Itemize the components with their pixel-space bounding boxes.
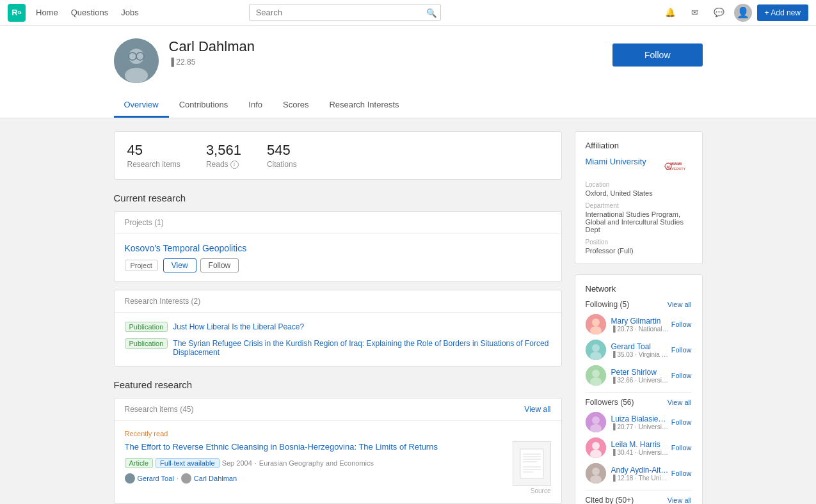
nav-right: 🔔 ✉ 💬 👤 + Add new (661, 3, 808, 22)
featured-research-title: Featured research (114, 379, 562, 390)
follow-link-1[interactable]: Follow (671, 320, 692, 328)
svg-point-20 (592, 319, 600, 326)
following-score-1: ▐ 20.73 · National Univ... (611, 326, 669, 333)
interest-link-2[interactable]: The Syrian Refugee Crisis in the Kurdish… (173, 339, 550, 357)
follow-follower-2[interactable]: Follow (671, 444, 692, 452)
add-new-button[interactable]: + Add new (757, 4, 808, 21)
stat-value-reads: 3,561 (206, 142, 241, 159)
nav-questions[interactable]: Questions (71, 8, 109, 17)
reads-info-icon[interactable]: i (230, 161, 239, 169)
svg-point-29 (592, 416, 600, 424)
follower-avatar-1 (586, 412, 606, 432)
follow-button-container: Follow (612, 38, 702, 67)
following-info-2: Gerard Toal ▐ 35.03 · Virginia Polyt... (611, 342, 669, 358)
follow-link-2[interactable]: Follow (671, 346, 692, 354)
tab-scores[interactable]: Scores (273, 93, 319, 118)
following-name-2[interactable]: Gerard Toal (611, 342, 669, 351)
department-label: Department (586, 202, 692, 209)
followers-view-all[interactable]: View all (668, 398, 692, 406)
project-follow-button[interactable]: Follow (200, 258, 239, 272)
follower-score-2: ▐ 30.41 · University of ... (611, 449, 669, 456)
network-divider-2 (586, 490, 692, 491)
university-name[interactable]: Miami University (586, 157, 646, 166)
cited-by-view-all[interactable]: View all (668, 496, 692, 504)
stat-citations: 545 Citations (267, 142, 297, 169)
follow-link-3[interactable]: Follow (671, 372, 692, 379)
current-research-title: Current research (114, 193, 562, 203)
tab-info[interactable]: Info (238, 93, 273, 118)
author-name-2[interactable]: Carl Dahlman (194, 475, 237, 482)
following-name-3[interactable]: Peter Shirlow (611, 368, 669, 377)
following-person-2: Gerard Toal ▐ 35.03 · Virginia Polyt... … (586, 340, 692, 360)
followers-label: Followers (56) (586, 398, 634, 407)
svg-rect-6 (520, 449, 543, 478)
search-icon[interactable]: 🔍 (426, 8, 437, 17)
logo[interactable]: RG (8, 4, 26, 22)
nav-links: Home Questions Jobs (36, 8, 139, 17)
view-all-link[interactable]: View all (524, 405, 550, 414)
department-value: International Studies Program, Global an… (586, 210, 692, 233)
project-title[interactable]: Kosovo's Temporal Geopolitics (125, 243, 551, 253)
follow-follower-3[interactable]: Follow (671, 469, 692, 477)
following-avatar-3 (586, 365, 606, 386)
svg-text:M: M (666, 165, 669, 169)
follower-avatar-2 (586, 437, 606, 458)
featured-research-card: Research items (45) View all Recently re… (114, 398, 562, 504)
recently-read-label: Recently read (125, 430, 551, 437)
article-title[interactable]: The Effort to Reverse Ethnic Cleansing i… (125, 441, 506, 453)
article-authors: Gerard Toal · Carl Dahlman (125, 473, 506, 484)
tab-research-interests[interactable]: Research Interests (319, 93, 409, 118)
stat-research-items: 45 Research items (127, 142, 180, 169)
profile-avatar (114, 38, 159, 83)
tab-contributions[interactable]: Contributions (169, 93, 239, 118)
profile-info: Carl Dahlman ▐ 22.85 (169, 38, 613, 67)
follower-info-2: Leila M. Harris ▐ 30.41 · University of … (611, 440, 669, 456)
source-label: Source (513, 487, 551, 494)
svg-text:MIAMI: MIAMI (670, 162, 682, 166)
article-journal: Eurasian Geography and Economics (259, 459, 374, 467)
following-avatar-2 (586, 340, 606, 360)
right-column: Affiliation Miami University MIAMI UNIVE… (575, 131, 703, 504)
article-meta: Article Full-text available Sep 2004 · E… (125, 458, 506, 468)
svg-point-35 (592, 468, 600, 475)
follower-name-3[interactable]: Andy Aydin-Aitchison (611, 466, 669, 475)
nav-icon-search[interactable]: 🔔 (661, 3, 680, 22)
left-column: 45 Research items 3,561 Reads i 545 Cita… (114, 131, 562, 504)
tab-overview[interactable]: Overview (114, 93, 169, 118)
follower-name-2[interactable]: Leila M. Harris (611, 440, 669, 449)
follow-follower-1[interactable]: Follow (671, 418, 692, 426)
nav-home[interactable]: Home (36, 8, 58, 17)
follower-score-1: ▐ 20.77 · University of ... (611, 423, 669, 430)
author-avatar-2 (181, 473, 191, 484)
follow-button[interactable]: Follow (612, 43, 702, 67)
following-info-1: Mary Gilmartin ▐ 20.73 · National Univ..… (611, 317, 669, 333)
follower-name-1[interactable]: Luiza Bialasiewicz (611, 414, 669, 423)
nav-jobs[interactable]: Jobs (121, 8, 138, 17)
nav-icon-chat[interactable]: 💬 (710, 3, 729, 22)
following-view-all[interactable]: View all (668, 301, 692, 308)
search-bar: 🔍 (249, 4, 441, 21)
interest-badge-1: Publication (125, 322, 168, 332)
following-info-3: Peter Shirlow ▐ 32.66 · University of ..… (611, 368, 669, 384)
profile-header: Carl Dahlman ▐ 22.85 Follow Overview Con… (0, 26, 816, 118)
article-content: The Effort to Reverse Ethnic Cleansing i… (125, 441, 506, 484)
svg-point-26 (592, 370, 600, 377)
author-name-1[interactable]: Gerard Toal (138, 475, 174, 482)
projects-card: Projects (1) Kosovo's Temporal Geopoliti… (114, 211, 562, 282)
projects-body: Kosovo's Temporal Geopolitics Project Vi… (115, 234, 561, 281)
article-thumbnail: Source (513, 441, 551, 494)
projects-header: Projects (1) (115, 212, 561, 234)
stat-label-reads: Reads i (206, 160, 241, 169)
follower-info-3: Andy Aydin-Aitchison ▐ 12.18 · The Unive… (611, 466, 669, 482)
search-input[interactable] (249, 4, 441, 21)
nav-icon-mail[interactable]: ✉ (685, 3, 705, 22)
following-score-2: ▐ 35.03 · Virginia Polyt... (611, 351, 669, 358)
nav-avatar[interactable]: 👤 (734, 4, 752, 22)
project-view-button[interactable]: View (163, 258, 196, 272)
follower-person-2: Leila M. Harris ▐ 30.41 · University of … (586, 437, 692, 458)
following-name-1[interactable]: Mary Gilmartin (611, 317, 669, 326)
profile-tabs: Overview Contributions Info Scores Resea… (114, 93, 703, 118)
interest-link-1[interactable]: Just How Liberal Is the Liberal Peace? (173, 322, 304, 331)
follower-score-3: ▐ 12.18 · The University... (611, 475, 669, 482)
following-score-3: ▐ 32.66 · University of ... (611, 377, 669, 384)
